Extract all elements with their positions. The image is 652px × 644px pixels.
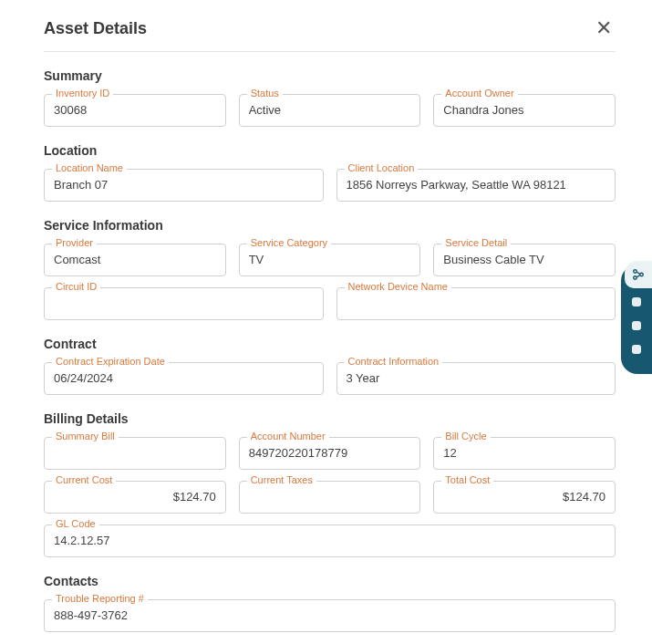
total-cost-field[interactable]: Total Cost $124.70 bbox=[433, 481, 616, 514]
side-widget-dot bbox=[632, 297, 641, 306]
client-location-field[interactable]: Client Location 1856 Norreys Parkway, Se… bbox=[336, 169, 616, 202]
section-heading-location: Location bbox=[44, 143, 616, 158]
current-taxes-label: Current Taxes bbox=[247, 474, 316, 485]
current-cost-field[interactable]: Current Cost $124.70 bbox=[44, 481, 226, 514]
svg-point-1 bbox=[640, 273, 644, 276]
section-heading-billing: Billing Details bbox=[44, 411, 616, 426]
section-heading-contract: Contract bbox=[44, 337, 616, 351]
service-category-label: Service Category bbox=[247, 237, 331, 248]
service-detail-label: Service Detail bbox=[441, 237, 511, 248]
summary-bill-label: Summary Bill bbox=[52, 431, 119, 441]
current-cost-label: Current Cost bbox=[52, 474, 116, 485]
location-name-label: Location Name bbox=[52, 162, 127, 173]
status-label: Status bbox=[247, 88, 283, 99]
gl-code-label: GL Code bbox=[52, 518, 99, 529]
location-name-field[interactable]: Location Name Branch 07 bbox=[44, 169, 324, 202]
provider-label: Provider bbox=[52, 237, 97, 248]
modal-header: Asset Details ✕ bbox=[44, 18, 616, 52]
asset-details-modal: Asset Details ✕ Summary Inventory ID 300… bbox=[0, 0, 652, 644]
current-taxes-field[interactable]: Current Taxes bbox=[239, 481, 421, 514]
contract-expiration-field[interactable]: Contract Expiration Date 06/24/2024 bbox=[44, 362, 324, 395]
nodes-icon bbox=[625, 261, 652, 288]
section-heading-service: Service Information bbox=[44, 218, 616, 233]
account-owner-label: Account Owner bbox=[441, 88, 517, 99]
section-heading-summary: Summary bbox=[44, 68, 616, 83]
contract-expiration-label: Contract Expiration Date bbox=[52, 356, 169, 367]
provider-field[interactable]: Provider Comcast bbox=[44, 244, 226, 276]
close-icon: ✕ bbox=[595, 16, 612, 39]
side-widget-dot bbox=[632, 345, 641, 354]
modal-title: Asset Details bbox=[44, 19, 147, 38]
account-number-field[interactable]: Account Number 849720220178779 bbox=[239, 437, 421, 470]
trouble-reporting-field[interactable]: Trouble Reporting # 888-497-3762 bbox=[44, 599, 616, 632]
client-location-label: Client Location bbox=[345, 162, 419, 173]
total-cost-label: Total Cost bbox=[441, 474, 493, 485]
contract-info-label: Contract Information bbox=[345, 356, 443, 367]
service-detail-field[interactable]: Service Detail Business Cable TV bbox=[433, 244, 616, 276]
contract-info-field[interactable]: Contract Information 3 Year bbox=[336, 362, 616, 395]
side-widget-tab[interactable] bbox=[621, 265, 652, 374]
circuit-id-label: Circuit ID bbox=[52, 281, 100, 292]
account-owner-field[interactable]: Account Owner Chandra Jones bbox=[433, 94, 616, 127]
bill-cycle-label: Bill Cycle bbox=[441, 431, 490, 441]
status-field[interactable]: Status Active bbox=[239, 94, 421, 127]
section-heading-contacts: Contacts bbox=[44, 574, 616, 588]
gl-code-value: 14.2.12.57 bbox=[45, 525, 615, 547]
inventory-id-label: Inventory ID bbox=[52, 88, 113, 99]
service-category-field[interactable]: Service Category TV bbox=[239, 244, 421, 276]
trouble-reporting-label: Trouble Reporting # bbox=[52, 593, 148, 604]
circuit-id-field[interactable]: Circuit ID bbox=[44, 287, 324, 320]
network-device-name-label: Network Device Name bbox=[345, 281, 451, 292]
gl-code-field[interactable]: GL Code 14.2.12.57 bbox=[44, 525, 616, 557]
network-device-name-field[interactable]: Network Device Name bbox=[336, 287, 616, 320]
account-number-label: Account Number bbox=[247, 431, 329, 441]
close-button[interactable]: ✕ bbox=[592, 18, 616, 38]
summary-bill-field[interactable]: Summary Bill bbox=[44, 437, 226, 470]
svg-point-0 bbox=[634, 270, 637, 274]
bill-cycle-field[interactable]: Bill Cycle 12 bbox=[433, 437, 616, 470]
side-widget-dot bbox=[632, 321, 641, 330]
inventory-id-field[interactable]: Inventory ID 30068 bbox=[44, 94, 226, 127]
svg-point-2 bbox=[634, 276, 637, 280]
